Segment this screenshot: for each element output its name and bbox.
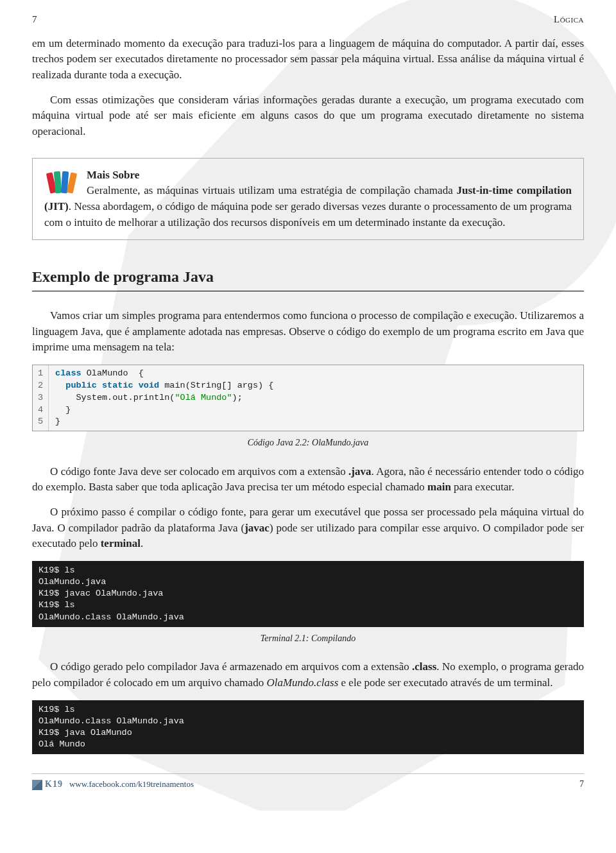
callout-text-pre: Geralmente, as máquinas virtuais utiliza… [87, 184, 456, 196]
paragraph-5: O próximo passo é compilar o código font… [32, 504, 584, 552]
callout-body: Mais Sobre Geralmente, as máquinas virtu… [44, 168, 572, 231]
paragraph-3: Vamos criar um simples programa para ent… [32, 308, 584, 356]
chapter-title: Lógica [554, 13, 584, 27]
terminal-block-1: K19$ ls OlaMundo.java K19$ javac OlaMund… [32, 561, 584, 627]
paragraph-1: em um determinado momento da execução pa… [32, 36, 584, 83]
logo-square-icon [32, 780, 42, 790]
terminal-caption-1: Terminal 2.1: Compilando [32, 632, 584, 645]
footer-link[interactable]: www.facebook.com/k19treinamentos [69, 779, 194, 791]
code-content: class OlaMundo { public static void main… [49, 365, 583, 431]
page-number-bottom: 7 [579, 778, 584, 791]
paragraph-2: Com essas otimizações que consideram vár… [32, 92, 584, 140]
code-block-java: 1 2 3 4 5 class OlaMundo { public static… [32, 365, 584, 431]
page-header: 7 Lógica [32, 13, 584, 27]
code-gutter: 1 2 3 4 5 [33, 365, 49, 431]
code-caption-1: Código Java 2.2: OlaMundo.java [32, 436, 584, 449]
paragraph-6: O código gerado pelo compilador Java é a… [32, 659, 584, 691]
books-icon [44, 169, 80, 197]
callout-mais-sobre: Mais Sobre Geralmente, as máquinas virtu… [32, 158, 584, 241]
terminal-block-2: K19$ ls OlaMundo.class OlaMundo.java K19… [32, 700, 584, 755]
logo-text: K19 [45, 778, 63, 791]
callout-text-post: . Nessa abordagem, o código de máquina p… [44, 200, 572, 228]
k19-logo: K19 [32, 778, 63, 791]
section-heading: Exemplo de programa Java [32, 266, 584, 291]
paragraph-4: O código fonte Java deve ser colocado em… [32, 464, 584, 495]
callout-title: Mais Sobre [87, 169, 139, 181]
page-footer: K19 www.facebook.com/k19treinamentos 7 [32, 773, 584, 791]
page-number-top: 7 [32, 13, 37, 27]
